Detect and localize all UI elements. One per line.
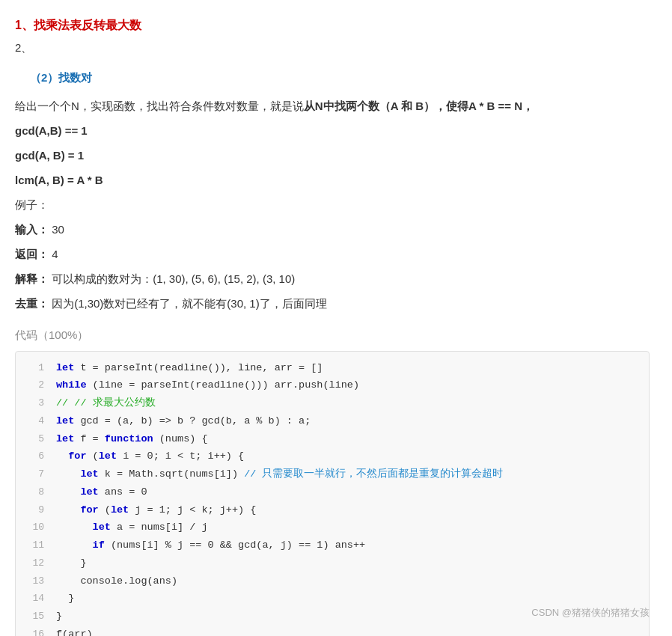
code-line-7: 7 let k = Math.sqrt(nums[i]) // 只需要取一半就行… [16,465,649,483]
code-line-13: 13 console.log(ans) [16,572,649,590]
return-line: 返回： 4 [15,244,650,264]
code-line-16: 16 f(arr) [16,626,649,636]
input-line: 输入： 30 [15,219,650,239]
return-value: 4 [52,248,58,260]
code-line-6: 6 for (let i = 0; i < t; i++) { [16,447,649,465]
code-line-1: 1 let t = parseInt(readline()), line, ar… [16,359,649,377]
section-2-number: 2、 [15,38,650,58]
code-line-8: 8 let ans = 0 [16,483,649,501]
input-value: 30 [52,223,64,236]
code-label: 代码（100%） [15,325,650,345]
code-line-4: 4 let gcd = (a, b) => b ? gcd(b, a % b) … [16,412,649,430]
description-3: gcd(A, B) = 1 [15,145,650,165]
code-line-5: 5 let f = function (nums) { [16,430,649,448]
code-line-10: 10 let a = nums[i] / j [16,519,649,536]
description-1: 给出一个个N，实现函数，找出符合条件数对数量，就是说从N中找两个数（A 和 B）… [15,96,650,116]
subsection-title: （2）找数对 [30,68,650,88]
return-label: 返回： [15,248,49,260]
code-line-3: 3 // // 求最大公约数 [16,394,649,412]
code-line-9: 9 for (let j = 1; j < k; j++) { [16,501,649,519]
code-line-11: 11 if (nums[i] % j == 0 && gcd(a, j) == … [16,536,649,554]
page-container: 1、找乘法表反转最大数 2、 （2）找数对 给出一个个N，实现函数，找出符合条件… [15,15,650,636]
example-label: 例子： [15,195,650,215]
input-label: 输入： [15,223,49,236]
watermark: CSDN @猪猪侠的猪猪女孩 [531,605,650,621]
section-1-title: 1、找乘法表反转最大数 [15,15,650,35]
code-line-12: 12 } [16,554,649,572]
explain-value: 可以构成的数对为：(1, 30), (5, 6), (15, 2), (3, 1… [52,272,295,285]
description-2: gcd(A,B) == 1 [15,120,650,141]
code-line-2: 2 while (line = parseInt(readline())) ar… [16,376,649,394]
dedup-label: 去重： [15,297,49,310]
dedup-line: 去重： 因为(1,30)数对已经有了，就不能有(30, 1)了，后面同理 [15,293,650,314]
explain-label: 解释： [15,272,49,285]
description-4: lcm(A, B) = A * B [15,170,650,190]
dedup-value: 因为(1,30)数对已经有了，就不能有(30, 1)了，后面同理 [52,297,327,310]
explain-line: 解释： 可以构成的数对为：(1, 30), (5, 6), (15, 2), (… [15,269,650,289]
code-block: 1 let t = parseInt(readline()), line, ar… [15,351,650,636]
